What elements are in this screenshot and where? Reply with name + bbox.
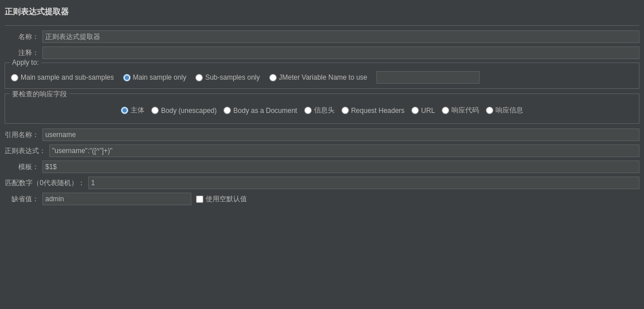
field-response-code[interactable]: 响应代码: [442, 105, 479, 115]
field-infohead[interactable]: 信息头: [304, 105, 335, 115]
regex-label: 正则表达式：: [5, 146, 46, 156]
jmeter-var-input[interactable]: [376, 71, 480, 84]
default-value-input[interactable]: [42, 193, 191, 205]
apply-to-main-sub-label: Main sample and sub-samples: [21, 73, 114, 81]
field-body-unescaped[interactable]: Body (unescaped): [151, 107, 217, 115]
default-value-container: 使用空默认值: [42, 193, 247, 205]
apply-to-main-only[interactable]: Main sample only: [123, 73, 186, 81]
field-response-code-label: 响应代码: [451, 105, 479, 115]
apply-to-sub-only[interactable]: Sub-samples only: [195, 73, 260, 81]
regex-row: 正则表达式：: [5, 144, 639, 157]
divider-top: [5, 25, 639, 26]
comment-input[interactable]: [42, 46, 639, 59]
comment-label: 注释：: [5, 48, 39, 58]
field-request-headers[interactable]: Request Headers: [341, 107, 405, 115]
field-response-info-label: 响应信息: [496, 105, 523, 115]
fields-legend: 要检查的响应字段: [10, 89, 69, 99]
name-input[interactable]: [42, 30, 639, 43]
ref-name-label: 引用名称：: [5, 130, 39, 140]
field-infohead-label: 信息头: [314, 105, 335, 115]
use-empty-checkbox-container[interactable]: 使用空默认值: [196, 194, 247, 204]
ref-name-input[interactable]: [42, 128, 639, 141]
apply-to-main-sub[interactable]: Main sample and sub-samples: [11, 73, 114, 81]
field-url[interactable]: URL: [411, 107, 435, 115]
match-no-row: 匹配数字（0代表随机）：: [5, 177, 639, 189]
field-request-headers-label: Request Headers: [351, 107, 405, 115]
fields-group: 要检查的响应字段 主体 Body (unescaped) Body as a D…: [5, 93, 639, 124]
field-body-document-label: Body as a Document: [233, 107, 297, 115]
use-empty-label: 使用空默认值: [206, 194, 247, 204]
field-url-label: URL: [421, 107, 435, 115]
apply-to-jmeter-var-label: JMeter Variable Name to use: [279, 73, 368, 81]
template-input[interactable]: [42, 161, 639, 173]
template-row: 模板：: [5, 161, 639, 173]
field-response-info[interactable]: 响应信息: [486, 105, 523, 115]
apply-to-sub-only-label: Sub-samples only: [205, 73, 260, 81]
name-row: 名称：: [5, 30, 639, 43]
match-no-label: 匹配数字（0代表随机）：: [5, 178, 85, 188]
field-body-unescaped-label: Body (unescaped): [161, 107, 217, 115]
use-empty-checkbox[interactable]: [196, 195, 203, 203]
ref-name-row: 引用名称：: [5, 128, 639, 141]
regex-input[interactable]: [49, 144, 639, 157]
name-label: 名称：: [5, 32, 39, 42]
fields-radio-group: 主体 Body (unescaped) Body as a Document 信…: [11, 102, 633, 119]
page-title: 正则表达式提取器: [5, 5, 639, 19]
apply-to-group: Apply to: Main sample and sub-samples Ma…: [5, 62, 639, 89]
apply-to-main-only-label: Main sample only: [133, 73, 186, 81]
apply-to-legend: Apply to:: [10, 58, 41, 67]
apply-to-radio-group: Main sample and sub-samples Main sample …: [11, 71, 633, 84]
default-label: 缺省值：: [5, 194, 39, 204]
apply-to-jmeter-var[interactable]: JMeter Variable Name to use: [269, 73, 368, 81]
field-body[interactable]: 主体: [121, 105, 144, 115]
field-body-label: 主体: [131, 105, 144, 115]
field-body-document[interactable]: Body as a Document: [223, 107, 297, 115]
default-row: 缺省值： 使用空默认值: [5, 193, 639, 205]
comment-row: 注释：: [5, 46, 639, 59]
template-label: 模板：: [5, 162, 39, 172]
match-no-input[interactable]: [88, 177, 639, 189]
